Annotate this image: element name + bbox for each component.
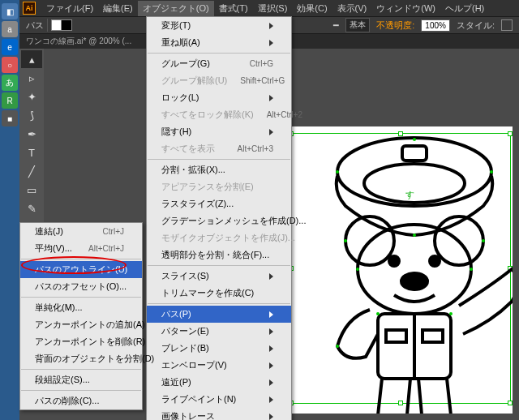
svg-point-21 <box>482 239 485 242</box>
svg-point-18 <box>413 138 416 141</box>
menubar-item[interactable]: 効果(C) <box>292 1 332 16</box>
svg-point-25 <box>449 312 453 315</box>
menu-item[interactable]: パターン(E) <box>147 323 291 340</box>
taskbar-icon[interactable]: あ <box>2 75 18 91</box>
submenu-arrow-icon <box>269 23 273 29</box>
tools-panel: ▴ ▹ ✦ ⟆ ✒ T ╱ ▭ ✎ ✏ <box>19 49 44 238</box>
artwork-character: す <box>289 131 513 414</box>
submenu-arrow-icon <box>269 396 273 403</box>
menubar-item[interactable]: 編集(E) <box>98 1 138 16</box>
svg-point-16 <box>336 170 339 174</box>
menu-item[interactable]: 連結(J)Ctrl+J <box>20 223 142 240</box>
taskbar-icon[interactable]: ◧ <box>2 3 18 19</box>
menubar-item[interactable]: 表示(V) <box>332 1 372 16</box>
swatch-icon[interactable] <box>61 19 72 31</box>
submenu-arrow-icon <box>269 345 273 352</box>
selection-tool[interactable]: ▴ <box>21 50 42 68</box>
menu-item[interactable]: 遠近(P) <box>147 374 291 391</box>
menu-item[interactable]: スライス(S) <box>147 268 291 285</box>
menu-item[interactable]: アンカーポイントの追加(A) <box>20 316 142 333</box>
type-tool[interactable]: T <box>21 144 42 161</box>
menu-item[interactable]: 変形(T) <box>147 17 291 34</box>
menu-item[interactable]: ロック(L) <box>147 89 291 106</box>
submenu-arrow-icon <box>269 40 273 46</box>
taskbar-icon[interactable]: ■ <box>2 110 18 126</box>
taskbar-icon[interactable]: ○ <box>2 57 18 73</box>
pen-tool[interactable]: ✒ <box>21 125 42 143</box>
menubar: Ai ファイル(F)編集(E)オブジェクト(O)書式(T)選択(S)効果(C)表… <box>19 0 519 16</box>
menu-item[interactable]: 隠す(H) <box>147 123 291 140</box>
menu-item[interactable]: パス(P) <box>147 306 291 323</box>
taskbar-icon[interactable]: a <box>2 21 18 37</box>
menu-item[interactable]: パスのオフセット(O)... <box>20 278 142 295</box>
menubar-item[interactable]: オブジェクト(O) <box>138 1 214 16</box>
svg-point-20 <box>344 239 347 242</box>
stroke-preset[interactable]: 基本 <box>345 18 370 32</box>
opacity-label: 不透明度: <box>376 19 414 32</box>
submenu-arrow-icon <box>269 379 273 386</box>
taskbar-icon[interactable]: e <box>2 39 18 55</box>
svg-point-23 <box>470 268 473 271</box>
svg-text:す: す <box>405 190 414 200</box>
svg-rect-13 <box>422 330 443 342</box>
svg-point-7 <box>389 256 399 266</box>
menu-item[interactable]: 透明部分を分割・統合(F)... <box>147 246 291 264</box>
menu-item: すべてをロック解除(K)Alt+Ctrl+2 <box>147 106 291 123</box>
svg-point-0 <box>337 138 491 206</box>
menu-item[interactable]: 単純化(M)... <box>20 299 142 316</box>
menu-item[interactable]: アンカーポイントを削除(R) <box>20 333 142 350</box>
svg-point-9 <box>401 273 427 289</box>
menu-item: グループ解除(U)Shift+Ctrl+G <box>147 72 291 89</box>
options-label: パス <box>26 19 44 32</box>
submenu-arrow-icon <box>269 362 273 369</box>
menu-item[interactable]: トリムマークを作成(C) <box>147 285 291 302</box>
menu-item[interactable]: パスの削除(C)... <box>20 392 142 409</box>
menu-item[interactable]: グラデーションメッシュを作成(D)... <box>147 212 291 229</box>
object-menu: 変形(T)重ね順(A)グループ(G)Ctrl+Gグループ解除(U)Shift+C… <box>146 16 292 420</box>
style-swatch[interactable] <box>501 19 513 31</box>
menu-item[interactable]: ラスタライズ(Z)... <box>147 195 291 212</box>
menu-item[interactable]: 重ね順(A) <box>147 34 291 51</box>
svg-rect-12 <box>386 330 406 342</box>
submenu-arrow-icon <box>269 328 273 335</box>
menu-item[interactable]: 平均(V)...Alt+Ctrl+J <box>20 240 142 257</box>
menubar-item[interactable]: ウィンドウ(W) <box>371 1 440 16</box>
svg-point-24 <box>376 312 380 315</box>
menu-item[interactable]: パスのアウトライン(U) <box>20 261 142 278</box>
opacity-field[interactable]: 100% <box>421 19 450 32</box>
submenu-arrow-icon <box>269 273 273 280</box>
svg-point-17 <box>490 170 493 174</box>
line-tool[interactable]: ╱ <box>21 162 42 180</box>
lasso-tool[interactable]: ⟆ <box>21 106 42 124</box>
style-label: スタイル: <box>457 19 495 32</box>
svg-point-8 <box>430 256 440 266</box>
svg-point-1 <box>364 164 465 203</box>
menu-item: すべてを表示Alt+Ctrl+3 <box>147 140 291 157</box>
menu-item[interactable]: ライブペイント(N) <box>147 391 291 408</box>
menu-item[interactable]: 背面のオブジェクトを分割(D) <box>20 350 142 367</box>
menu-item[interactable]: 画像トレース <box>147 408 291 420</box>
svg-point-22 <box>356 268 359 271</box>
menu-item[interactable]: ブレンド(B) <box>147 340 291 357</box>
menubar-item[interactable]: 選択(S) <box>253 1 293 16</box>
menu-item[interactable]: グループ(G)Ctrl+G <box>147 55 291 72</box>
magic-wand-tool[interactable]: ✦ <box>21 88 42 105</box>
taskbar-icon[interactable]: R <box>2 92 18 109</box>
menubar-item[interactable]: ヘルプ(H) <box>440 1 489 16</box>
svg-point-26 <box>336 345 339 348</box>
svg-rect-2 <box>402 146 427 161</box>
submenu-arrow-icon <box>269 414 273 420</box>
menu-item: モザイクオブジェクトを作成(J)... <box>147 229 291 246</box>
submenu-arrow-icon <box>269 311 273 318</box>
menubar-item[interactable]: 書式(T) <box>214 1 253 16</box>
menubar-item[interactable]: ファイル(F) <box>41 1 98 16</box>
menu-item: アピアランスを分割(E) <box>147 178 291 195</box>
menu-item[interactable]: エンベロープ(V) <box>147 357 291 374</box>
direct-selection-tool[interactable]: ▹ <box>21 69 42 87</box>
brush-tool[interactable]: ✎ <box>21 199 42 217</box>
menu-item[interactable]: 段組設定(S)... <box>20 371 142 388</box>
os-taskbar: ◧ a e ○ あ R ■ <box>0 0 19 420</box>
menu-item[interactable]: 分割・拡張(X)... <box>147 161 291 178</box>
app-logo-icon: Ai <box>23 2 36 15</box>
rectangle-tool[interactable]: ▭ <box>21 181 42 199</box>
